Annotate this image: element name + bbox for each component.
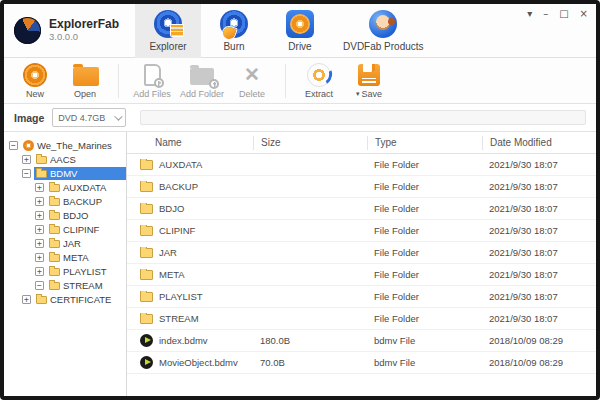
tree-node[interactable]: PLAYLIST bbox=[47, 265, 126, 278]
expand-icon[interactable]: + bbox=[35, 211, 44, 220]
file-type: File Folder bbox=[367, 225, 482, 236]
table-row[interactable]: MovieObject.bdmv70.0Bbdmv File2018/10/09… bbox=[127, 352, 596, 374]
folder-icon bbox=[36, 296, 47, 304]
column-header-date-modified[interactable]: Date Modified bbox=[482, 136, 596, 150]
table-row[interactable]: BACKUPFile Folder2021/9/30 18:07 bbox=[127, 176, 596, 198]
toolbar-separator bbox=[118, 64, 119, 98]
tree-item-certificate[interactable]: +CERTIFICATE bbox=[4, 292, 126, 306]
file-name: BDJO bbox=[159, 203, 184, 214]
tree-item-meta[interactable]: +META bbox=[4, 250, 126, 264]
file-name: index.bdmv bbox=[159, 335, 208, 346]
expand-icon[interactable]: + bbox=[35, 225, 44, 234]
table-row[interactable]: AUXDATAFile Folder2021/9/30 18:07 bbox=[127, 154, 596, 176]
table-row[interactable]: METAFile Folder2021/9/30 18:07 bbox=[127, 264, 596, 286]
tree-item-backup[interactable]: +BACKUP bbox=[4, 194, 126, 208]
tree-node[interactable]: BDMV bbox=[34, 167, 126, 180]
file-size: 180.0B bbox=[253, 335, 367, 346]
save-button[interactable]: ▾Save bbox=[344, 63, 394, 99]
expand-icon[interactable]: + bbox=[35, 197, 44, 206]
folder-icon bbox=[140, 226, 153, 236]
tab-burn[interactable]: Burn bbox=[201, 4, 267, 58]
image-size-select[interactable]: DVD 4.7GB bbox=[52, 108, 126, 127]
nav-tab-label: DVDFab Products bbox=[343, 41, 424, 52]
expand-icon[interactable]: + bbox=[35, 183, 44, 192]
window-menu-icon[interactable]: ▾ bbox=[527, 9, 532, 19]
tree-item-aacs[interactable]: +AACS bbox=[4, 152, 126, 166]
tree-node[interactable]: CERTIFICATE bbox=[34, 293, 126, 306]
table-row[interactable]: STREAMFile Folder2021/9/30 18:07 bbox=[127, 308, 596, 330]
open-folder-icon bbox=[73, 63, 97, 87]
tree-item-auxdata[interactable]: +AUXDATA bbox=[4, 180, 126, 194]
table-row[interactable]: PLAYLISTFile Folder2021/9/30 18:07 bbox=[127, 286, 596, 308]
file-name: STREAM bbox=[159, 313, 199, 324]
column-header-type[interactable]: Type bbox=[367, 136, 482, 150]
tree-node[interactable]: We_The_Marines bbox=[21, 139, 126, 152]
tree-item-bdjo[interactable]: +BDJO bbox=[4, 208, 126, 222]
file-name: BACKUP bbox=[159, 181, 198, 192]
tree-node[interactable]: META bbox=[47, 251, 126, 264]
file-date-modified: 2018/10/09 08:29 bbox=[482, 335, 596, 346]
collapse-icon[interactable]: − bbox=[22, 169, 31, 178]
tree-item-clipinf[interactable]: +CLIPINF bbox=[4, 222, 126, 236]
delete-button[interactable]: ✕ Delete bbox=[227, 63, 277, 99]
expand-icon[interactable]: + bbox=[22, 155, 31, 164]
table-row[interactable]: CLIPINFFile Folder2021/9/30 18:07 bbox=[127, 220, 596, 242]
minimize-icon[interactable]: – bbox=[543, 9, 548, 19]
tree-item-jar[interactable]: +JAR bbox=[4, 236, 126, 250]
nav-tab-label: Explorer bbox=[149, 41, 186, 52]
add-files-button[interactable]: Add Files bbox=[127, 63, 177, 99]
folder-icon bbox=[49, 226, 60, 234]
tree-node[interactable]: BDJO bbox=[47, 209, 126, 222]
table-row[interactable]: index.bdmv180.0Bbdmv File2018/10/09 08:2… bbox=[127, 330, 596, 352]
tree-node[interactable]: AACS bbox=[34, 153, 126, 166]
table-row[interactable]: JARFile Folder2021/9/30 18:07 bbox=[127, 242, 596, 264]
table-row[interactable]: BDJOFile Folder2021/9/30 18:07 bbox=[127, 198, 596, 220]
close-icon[interactable]: × bbox=[580, 9, 588, 19]
file-date-modified: 2021/9/30 18:07 bbox=[482, 181, 596, 192]
file-name: PLAYLIST bbox=[159, 291, 203, 302]
chevron-down-icon[interactable]: ▾ bbox=[356, 90, 360, 98]
tree-item-playlist[interactable]: +PLAYLIST bbox=[4, 264, 126, 278]
app-logo-icon bbox=[14, 17, 41, 44]
tree-item-label: CERTIFICATE bbox=[50, 294, 111, 305]
tab-explorer[interactable]: Explorer bbox=[135, 4, 201, 58]
new-button[interactable]: New bbox=[10, 63, 60, 99]
list-lines-icon bbox=[171, 25, 183, 36]
tree-item-we_the_marines[interactable]: −We_The_Marines bbox=[4, 138, 126, 152]
tree-node[interactable]: JAR bbox=[47, 237, 126, 250]
tree-panel: −We_The_Marines+AACS−BDMV+AUXDATA+BACKUP… bbox=[4, 132, 127, 396]
expand-icon[interactable]: + bbox=[35, 239, 44, 248]
tab-dvdfab-products[interactable]: DVDFab Products bbox=[333, 4, 434, 58]
maximize-icon[interactable]: □ bbox=[559, 9, 568, 19]
extract-disc-icon bbox=[307, 63, 331, 87]
disc-icon bbox=[290, 14, 310, 34]
folder-icon bbox=[140, 270, 153, 280]
media-file-icon bbox=[140, 334, 153, 347]
expand-icon[interactable]: + bbox=[35, 267, 44, 276]
tab-drive[interactable]: Drive bbox=[267, 4, 333, 58]
tree-node[interactable]: CLIPINF bbox=[47, 223, 126, 236]
disc-icon bbox=[23, 140, 34, 151]
add-file-icon bbox=[140, 63, 164, 87]
expand-icon[interactable]: + bbox=[35, 253, 44, 262]
extract-button[interactable]: Extract bbox=[294, 63, 344, 99]
collapse-icon[interactable]: − bbox=[9, 141, 18, 150]
tool-label: Delete bbox=[239, 89, 265, 99]
open-button[interactable]: Open bbox=[60, 63, 110, 99]
add-folder-button[interactable]: Add Folder bbox=[177, 63, 227, 99]
tree-node[interactable]: BACKUP bbox=[47, 195, 126, 208]
tree-node[interactable]: STREAM bbox=[47, 279, 126, 292]
collapse-icon[interactable]: − bbox=[35, 281, 44, 290]
tool-label: Add Files bbox=[133, 89, 171, 99]
tree-item-stream[interactable]: −STREAM bbox=[4, 278, 126, 292]
tree-item-label: BDMV bbox=[50, 168, 77, 179]
tool-label: Extract bbox=[305, 89, 333, 99]
tree-item-bdmv[interactable]: −BDMV bbox=[4, 166, 126, 180]
add-folder-icon bbox=[190, 63, 214, 87]
expand-icon[interactable]: + bbox=[22, 295, 31, 304]
plus-badge-icon bbox=[154, 78, 164, 88]
chevron-down-icon bbox=[115, 112, 123, 120]
tree-node[interactable]: AUXDATA bbox=[47, 181, 126, 194]
column-header-name[interactable]: Name bbox=[127, 136, 253, 150]
column-header-size[interactable]: Size bbox=[253, 136, 367, 150]
